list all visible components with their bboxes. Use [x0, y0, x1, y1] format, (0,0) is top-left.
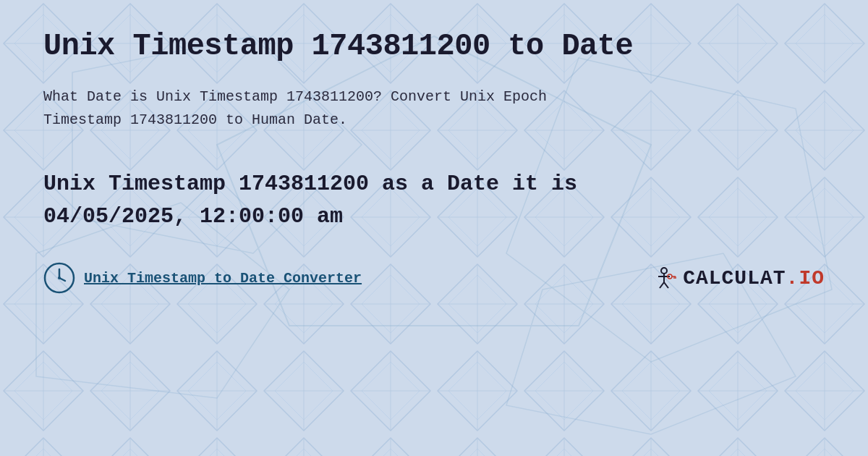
page-title: Unix Timestamp 1743811200 to Date [43, 29, 825, 64]
svg-line-18 [660, 282, 664, 288]
svg-line-19 [664, 282, 668, 288]
logo-icon [651, 265, 677, 291]
description-line2: Timestamp 1743811200 to Human Date. [43, 111, 347, 128]
svg-point-14 [58, 276, 61, 279]
result-section: Unix Timestamp 1743811200 as a Date it i… [43, 168, 825, 233]
logo-text: CALCULAT.IO [683, 267, 825, 290]
description-line1: What Date is Unix Timestamp 1743811200? … [43, 88, 547, 105]
result-line1: Unix Timestamp 1743811200 as a Date it i… [43, 172, 577, 196]
logo-text-main: CALCULAT [683, 267, 786, 290]
clock-icon [43, 262, 75, 294]
svg-point-15 [661, 268, 667, 274]
footer-link[interactable]: Unix Timestamp to Date Converter [84, 270, 362, 287]
footer-left: Unix Timestamp to Date Converter [43, 262, 362, 294]
logo-area: CALCULAT.IO [651, 265, 825, 291]
result-line2: 04/05/2025, 12:00:00 am [43, 204, 343, 229]
result-text: Unix Timestamp 1743811200 as a Date it i… [43, 168, 825, 233]
logo-text-highlight: .IO [786, 267, 825, 290]
page-description: What Date is Unix Timestamp 1743811200? … [43, 85, 694, 132]
footer: Unix Timestamp to Date Converter CALCULA… [43, 262, 825, 294]
